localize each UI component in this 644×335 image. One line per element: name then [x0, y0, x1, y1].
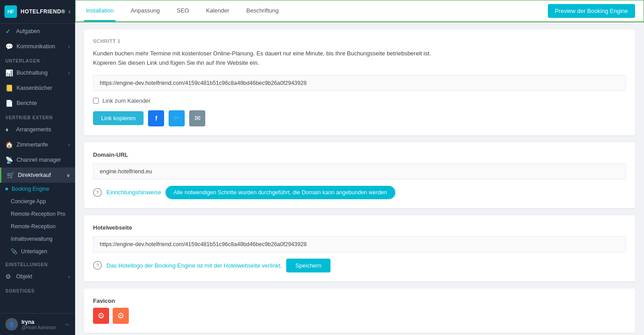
sidebar-sub-concierge-app[interactable]: Concierge App [0, 195, 75, 208]
content-area: SCHRITT 1 Kunden buchen mehr Termine mit… [75, 22, 644, 335]
chevron-right-icon: › [68, 274, 70, 279]
buchhaltung-icon: 📊 [5, 69, 13, 76]
kassenbucher-icon: 📒 [5, 84, 13, 92]
zimmertarife-icon: 🏠 [5, 141, 13, 148]
sidebar-item-label: Channel manager [17, 157, 61, 163]
sidebar-footer: 👤 Iryna @Hotel Administr → [0, 313, 75, 335]
section-label-einstellungen: EINSTELLUNGEN [0, 258, 75, 269]
checkbox-row: Link zum Kalender [93, 97, 626, 104]
sidebar-item-berichte[interactable]: 📄 Berichte [0, 96, 75, 111]
facebook-icon: f [155, 115, 157, 122]
facebook-share-button[interactable]: f [148, 110, 164, 126]
checkbox-label: Link zum Kalender [102, 97, 151, 104]
copy-link-button[interactable]: Link kopieren [93, 111, 144, 125]
hotelwebsite-card: Hotelwebseite https://engine-dev.hotelfr… [84, 215, 635, 281]
sidebar-item-kassenbucher[interactable]: 📒 Kassenbücher [0, 80, 75, 96]
sidebar-item-zimmertarife[interactable]: 🏠 Zimmertarife › [0, 137, 75, 152]
section-label-sonstiges: SONSTIGES [0, 284, 75, 295]
favicon-icon-orange: ⚙ [117, 311, 124, 321]
sidebar-sub-unterlagen[interactable]: 📎 Unterlagen [0, 245, 75, 258]
sidebar-sub-inhaltsverwaltung[interactable]: Inhaltsverwaltung [0, 233, 75, 245]
footer-name: Iryna [21, 319, 60, 325]
sidebar-item-buchhaltung[interactable]: 📊 Buchhaltung › [0, 65, 75, 80]
favicon-icon-red: ⚙ [97, 311, 105, 321]
domain-card: Domain-URL engine.hotelfriend.eu ? Einri… [84, 142, 635, 208]
arrangements-icon: ♦ [5, 126, 13, 133]
chevron-right-icon: › [68, 44, 70, 49]
action-row: Link kopieren f 🐦 ✉ [93, 110, 626, 126]
sidebar-item-label: Kommunikation [17, 43, 55, 50]
step1-desc: Kunden buchen mehr Termine mit kostenlos… [93, 49, 626, 68]
sidebar-item-label: Kassenbücher [17, 85, 52, 91]
hotelwebsite-hint-row: ? Das Hotellogo der Booking Engine ist m… [93, 259, 626, 272]
step1-url: https://engine-dev.hotelfriend.com/4159c… [93, 75, 626, 91]
hotelwebsite-url: https://engine-dev.hotelfriend.com/4159c… [93, 236, 626, 252]
favicon-preview-orange: ⚙ [113, 308, 129, 324]
step1-desc-line1: Kunden buchen mehr Termine mit kostenlos… [93, 50, 431, 57]
sidebar-item-label: Arrangements [16, 126, 51, 133]
sidebar-item-label: Berichte [17, 100, 37, 106]
chevron-right-icon: › [68, 142, 70, 147]
sidebar-sub-label: Booking Engine [12, 186, 49, 192]
logo-abbr: HF [8, 9, 14, 14]
logout-icon[interactable]: → [64, 321, 70, 328]
sidebar-item-arrangements[interactable]: ♦ Arrangements [0, 122, 75, 137]
sidebar-sub-label: Remote-Reception [11, 223, 55, 230]
sidebar-item-objekt[interactable]: ⚙ Objekt › [0, 269, 75, 284]
save-button[interactable]: Speichern [286, 259, 330, 272]
kommunikation-icon: 💬 [5, 43, 13, 50]
sidebar-sub-label: Unterlagen [21, 248, 47, 255]
chevron-right-icon: › [68, 71, 70, 75]
hint-icon[interactable]: ? [93, 188, 102, 197]
sidebar-item-label: Direktverkauf [18, 172, 51, 178]
tab-kalender[interactable]: Kalender [204, 1, 231, 21]
sidebar-logo: HF HOTELFRIEND® ‹ [0, 0, 75, 24]
sidebar-sub-booking-engine[interactable]: Booking Engine [0, 183, 75, 195]
hotelwebsite-hint-link[interactable]: Das Hotellogo der Booking Engine ist mit… [106, 262, 282, 269]
domain-hint-row: ? Einrichtungshinweise Alle notwendigen … [93, 186, 626, 199]
sidebar-sub-label: Inhaltsverwaltung [11, 236, 52, 242]
hint-icon[interactable]: ? [93, 261, 102, 270]
unterlagen-icon: 📎 [11, 248, 17, 255]
channel-icon: 📡 [5, 156, 13, 163]
sidebar-collapse-icon[interactable]: ‹ [68, 8, 71, 16]
objekt-icon: ⚙ [5, 273, 13, 280]
chevron-down-icon: ∨ [67, 173, 70, 178]
preview-booking-engine-button[interactable]: Preview der Booking Engine [548, 4, 635, 18]
step1-label: SCHRITT 1 [93, 38, 626, 44]
einrichtungshinweise-link[interactable]: Einrichtungshinweise [106, 189, 161, 196]
logo-icon: HF [4, 5, 17, 18]
sidebar-sub-remote-reception-pro[interactable]: Remote-Reception Pro [0, 208, 75, 220]
favicon-section-label: Favicon [93, 297, 626, 304]
sidebar-item-aufgaben[interactable]: ✓ Aufgaben [0, 24, 75, 39]
tab-installation[interactable]: Installation [84, 1, 115, 21]
top-tabs-bar: Installation Anpassung SEO Kalender Besc… [75, 0, 644, 22]
link-zum-kalender-checkbox[interactable] [93, 98, 99, 104]
direktverkauf-icon: 🛒 [7, 172, 14, 179]
footer-info: Iryna @Hotel Administr [21, 319, 60, 330]
favicon-preview-red: ⚙ [93, 308, 109, 324]
sidebar-sub-remote-reception[interactable]: Remote-Reception [0, 220, 75, 233]
favicon-card: Favicon ⚙ ⚙ [84, 289, 635, 333]
tab-anpassung[interactable]: Anpassung [129, 1, 161, 21]
tab-beschriftung[interactable]: Beschriftung [245, 1, 280, 21]
avatar: 👤 [5, 318, 18, 331]
sidebar-item-channel-manager[interactable]: 📡 Channel manager [0, 152, 75, 168]
berichte-icon: 📄 [5, 100, 13, 107]
email-share-button[interactable]: ✉ [189, 110, 205, 126]
sidebar-item-label: Aufgaben [16, 28, 40, 34]
twitter-icon: 🐦 [173, 115, 180, 121]
sidebar-item-kommunikation[interactable]: 💬 Kommunikation › [0, 39, 75, 54]
twitter-share-button[interactable]: 🐦 [169, 110, 185, 126]
tab-seo[interactable]: SEO [175, 1, 191, 21]
sidebar-item-direktverkauf[interactable]: 🛒 Direktverkauf ∨ [0, 168, 75, 183]
step1-card: SCHRITT 1 Kunden buchen mehr Termine mit… [84, 29, 635, 135]
domain-url: engine.hotelfriend.eu [93, 163, 626, 180]
domain-success-button[interactable]: Alle notwendigen Schritte wurden durchge… [165, 186, 395, 199]
footer-role: @Hotel Administr [21, 325, 60, 330]
logo-text: HOTELFRIEND® [21, 8, 65, 15]
sidebar-sub-label: Concierge App [11, 198, 46, 205]
main-area: Installation Anpassung SEO Kalender Besc… [75, 0, 644, 335]
section-label-vertrieb: VERTRIEB EXTERN [0, 111, 75, 122]
sidebar-item-label: Buchhaltung [17, 70, 48, 76]
